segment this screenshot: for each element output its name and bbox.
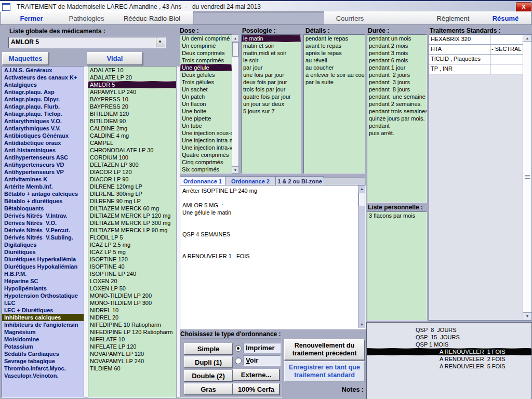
- drug-item[interactable]: LOXEN 20: [88, 277, 176, 285]
- posologie-item[interactable]: quatre fois par jour: [242, 93, 301, 100]
- drug-item[interactable]: ISOPTINE 120: [88, 256, 176, 263]
- drug-item[interactable]: DILTIAZEM MERCK 60 mg: [88, 205, 176, 212]
- drug-item[interactable]: MONO-TILDIEM LP 300: [88, 299, 176, 307]
- tab-1-2-ou-bi-zone[interactable]: 1 & 2 ou Bi-zone: [275, 176, 324, 185]
- category-item[interactable]: Antiarythmiques V.V.: [2, 125, 84, 132]
- standards-row[interactable]: HTA- SECTRAL 4: [429, 45, 523, 55]
- category-item[interactable]: Dérivés Nitrés V.Percut.: [2, 227, 84, 234]
- shortcut-item[interactable]: A RENOUVELER 1 FOIS: [367, 348, 531, 355]
- drug-item[interactable]: NIDREL 10: [88, 307, 176, 314]
- category-item[interactable]: Héparine SC: [2, 277, 84, 285]
- category-item[interactable]: Sevrage tabagique: [2, 357, 84, 365]
- scroll-down-icon[interactable]: [360, 323, 364, 326]
- vidal-button[interactable]: Vidal: [87, 52, 143, 65]
- drug-item[interactable]: DILTIAZEM MERCK LP 90 mg: [88, 227, 176, 234]
- double-button[interactable]: Double (2): [184, 370, 233, 381]
- drug-item[interactable]: DILRENE 90 mg LP: [88, 197, 176, 205]
- details-item[interactable]: après le repas: [304, 49, 365, 57]
- category-item[interactable]: Artérite Memb.Inf.: [2, 183, 84, 190]
- category-item[interactable]: Potassium: [2, 343, 84, 350]
- posologie-item[interactable]: par jour: [242, 64, 301, 71]
- posologie-item[interactable]: le soir: [242, 57, 301, 64]
- category-item[interactable]: Diurétiques: [2, 248, 84, 256]
- duree-item[interactable]: pendant 2 semaines.: [367, 100, 427, 108]
- gras-button[interactable]: Gras: [184, 383, 233, 395]
- duree-item[interactable]: pendant 6 mois: [367, 57, 427, 64]
- scrollbar-thumb[interactable]: [358, 193, 365, 206]
- drug-item[interactable]: DIACOR LP 90: [88, 176, 176, 183]
- dose-item[interactable]: Une injection sous-c: [180, 129, 232, 137]
- category-item[interactable]: Hypolipémiants: [2, 285, 84, 292]
- shortcut-item[interactable]: A RENOUVELER 5 FOIS: [367, 363, 531, 370]
- category-item[interactable]: Antiarythmiques V.O.: [2, 117, 84, 125]
- scroll-up-icon[interactable]: [232, 35, 238, 42]
- dose-item[interactable]: Un flacon: [180, 100, 232, 108]
- personal-item[interactable]: 3 flacons par mois: [367, 212, 427, 219]
- category-item[interactable]: Bêtablo + antago calciques: [2, 190, 84, 197]
- tab-pathologies[interactable]: Pathologies: [62, 11, 112, 25]
- tab-resume[interactable]: Résumé: [480, 11, 531, 25]
- radio-imprimer[interactable]: [235, 345, 242, 352]
- drug-item[interactable]: ICAZ LP 2.5 mg: [88, 241, 176, 248]
- scroll-down-icon[interactable]: [523, 312, 531, 319]
- dose-item[interactable]: Six comprimés: [180, 166, 232, 173]
- category-item[interactable]: Diurétiques Hyperkaliémia: [2, 256, 84, 263]
- drug-item[interactable]: ADALATE 10: [88, 66, 176, 74]
- enregistrer-standard-button[interactable]: Enregistrer en tant que traitement stand…: [284, 361, 365, 382]
- posologie-item[interactable]: matin et soir: [242, 42, 301, 49]
- shortcut-item[interactable]: QSP 8 JOURS: [367, 326, 531, 334]
- imprimer-radio-row[interactable]: Imprimer: [235, 343, 281, 353]
- drug-item[interactable]: DIACOR LP 120: [88, 168, 176, 176]
- scroll-down-icon[interactable]: [232, 166, 238, 173]
- close-button[interactable]: X: [516, 2, 531, 12]
- category-item[interactable]: Antiagr.plaqu. Ticlop.: [2, 110, 84, 117]
- drug-item[interactable]: DILRENE 300mg LP: [88, 190, 176, 197]
- drug-item[interactable]: ADALATE LP 20: [88, 74, 176, 81]
- duree-item[interactable]: pendant 3 jours: [367, 78, 427, 86]
- dose-item[interactable]: Un demi comprimé: [180, 35, 232, 42]
- tab-ordonnance-2[interactable]: Ordonnance 2: [225, 176, 276, 185]
- dose-item[interactable]: Trois gélules: [180, 78, 232, 86]
- ordonnance-scrollbar[interactable]: [358, 185, 365, 328]
- simple-button[interactable]: Simple: [184, 343, 233, 354]
- drug-item[interactable]: NOVAPAMYL LP 240: [88, 357, 176, 365]
- category-item[interactable]: Thrombo.Infarct.Myoc.: [2, 365, 84, 372]
- category-item[interactable]: Hypotension Orthostatique: [2, 292, 84, 299]
- duree-item[interactable]: pendant 1 jour: [367, 64, 427, 71]
- details-item[interactable]: au réveil: [304, 57, 365, 64]
- drug-item[interactable]: CAMPEL: [88, 139, 176, 147]
- drug-item[interactable]: BAYPRESS 20: [88, 103, 176, 110]
- drug-item[interactable]: NIFEDIPINE 10 Ratiopharm: [88, 321, 176, 328]
- drug-item[interactable]: ICAZ LP 5 mg: [88, 248, 176, 256]
- drug-item[interactable]: CALDINE 4 mg: [88, 132, 176, 139]
- posologie-item[interactable]: une fois par jour: [242, 71, 301, 78]
- dose-item[interactable]: Une pipette: [180, 115, 232, 122]
- posologie-item[interactable]: trois fois par jour: [242, 86, 301, 93]
- duree-item[interactable]: pendant 2 jours: [367, 71, 427, 78]
- posologie-item[interactable]: matin,midi et soir: [242, 49, 301, 57]
- dose-item[interactable]: Deux comprimés: [180, 49, 232, 57]
- drug-item[interactable]: DILRENE 120mg LP: [88, 183, 176, 190]
- category-item[interactable]: Antihypertenseurs VP: [2, 168, 84, 176]
- drug-item[interactable]: BITILDIEM 120: [88, 110, 176, 117]
- dose-item[interactable]: Quatre comprimés: [180, 151, 232, 158]
- category-item[interactable]: Bêtablo + diurétiques: [2, 197, 84, 205]
- tab-fermer[interactable]: Fermer: [1, 11, 62, 25]
- dupli-button[interactable]: Dupli (1): [184, 356, 233, 368]
- drug-item[interactable]: NIDREL 20: [88, 314, 176, 321]
- duree-item[interactable]: pendant: [367, 122, 427, 129]
- category-item[interactable]: Antiagr.plaqu. Asp: [2, 88, 84, 96]
- voir-radio-row[interactable]: Voir: [235, 355, 281, 366]
- drug-item[interactable]: ISOPTINE LP 240: [88, 270, 176, 277]
- drug-item[interactable]: DILTIAZEM MERCK LP 300 mg: [88, 219, 176, 227]
- dose-item[interactable]: Deux gélules: [180, 71, 232, 78]
- duree-item[interactable]: pendant trois semaines: [367, 108, 427, 115]
- category-item[interactable]: Magnésium: [2, 328, 84, 336]
- tab-courriers[interactable]: Courriers: [324, 11, 376, 25]
- chevron-down-icon[interactable]: [156, 37, 165, 47]
- category-item[interactable]: Bêtabloquants: [2, 205, 84, 212]
- dose-item[interactable]: Un patch: [180, 93, 232, 100]
- standards-row[interactable]: TP , INR: [429, 64, 523, 74]
- category-item[interactable]: Activateurs des canaux K+: [2, 74, 84, 81]
- category-item[interactable]: Dérivés Nitrés V.Subling.: [2, 234, 84, 241]
